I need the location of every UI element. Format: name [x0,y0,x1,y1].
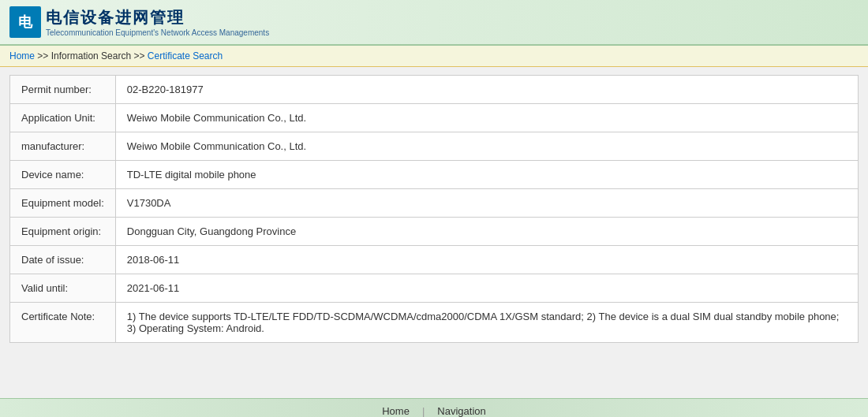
footer-divider: | [422,405,425,417]
table-row: manufacturer:Weiwo Mobile Communication … [10,132,859,161]
page-header: 电 电信设备进网管理 Telecommunication Equipment's… [0,0,868,46]
logo-sub-text: Telecommunication Equipment's Network Ac… [46,28,269,37]
table-row: Device name:TD-LTE digital mobile phone [10,161,859,189]
logo-main-text: 电信设备进网管理 [46,7,269,28]
main-content: Permit number:02-B220-181977Application … [0,67,868,398]
table-label-cell: Permit number: [10,76,116,104]
table-label-cell: Date of issue: [10,246,116,274]
table-row: Permit number:02-B220-181977 [10,76,859,104]
table-label-cell: Equipment origin: [10,218,116,246]
table-value-cell: 1) The device supports TD-LTE/LTE FDD/TD… [115,303,858,343]
table-row: Date of issue:2018-06-11 [10,246,859,274]
table-value-cell: 02-B220-181977 [115,76,858,104]
table-row: Equipment origin:Dongguan City, Guangdon… [10,218,859,246]
info-table: Permit number:02-B220-181977Application … [9,75,859,343]
footer-links: Home | Navigation [9,405,859,417]
table-row: Equipment model:V1730DA [10,189,859,218]
breadcrumb: Home >> Information Search >> Certificat… [0,46,868,67]
breadcrumb-sep1: >> [37,50,51,61]
logo-area: 电 电信设备进网管理 Telecommunication Equipment's… [9,6,269,38]
table-row: Certificate Note:1) The device supports … [10,303,859,343]
table-value-cell: Dongguan City, Guangdong Province [115,218,858,246]
breadcrumb-cert-search-link[interactable]: Certificate Search [148,50,223,61]
table-label-cell: Valid until: [10,274,116,303]
table-value-cell: 2021-06-11 [115,274,858,303]
footer-navigation-link[interactable]: Navigation [437,405,485,417]
table-value-cell: 2018-06-11 [115,246,858,274]
breadcrumb-home-link[interactable]: Home [9,50,35,61]
page-footer: Home | Navigation 京ICP备05034590号 [0,398,868,417]
table-value-cell: Weiwo Mobile Communication Co., Ltd. [115,132,858,161]
table-row: Valid until:2021-06-11 [10,274,859,303]
footer-home-link[interactable]: Home [382,405,410,417]
logo-text: 电信设备进网管理 Telecommunication Equipment's N… [46,7,269,37]
table-label-cell: Certificate Note: [10,303,116,343]
logo-icon: 电 [9,6,41,38]
breadcrumb-sep2: >> [133,50,147,61]
table-value-cell: V1730DA [115,189,858,218]
breadcrumb-info-search: Information Search [51,50,131,61]
table-value-cell: TD-LTE digital mobile phone [115,161,858,189]
table-row: Application Unit:Weiwo Mobile Communicat… [10,104,859,132]
table-label-cell: manufacturer: [10,132,116,161]
table-label-cell: Application Unit: [10,104,116,132]
table-label-cell: Device name: [10,161,116,189]
table-value-cell: Weiwo Mobile Communication Co., Ltd. [115,104,858,132]
table-label-cell: Equipment model: [10,189,116,218]
